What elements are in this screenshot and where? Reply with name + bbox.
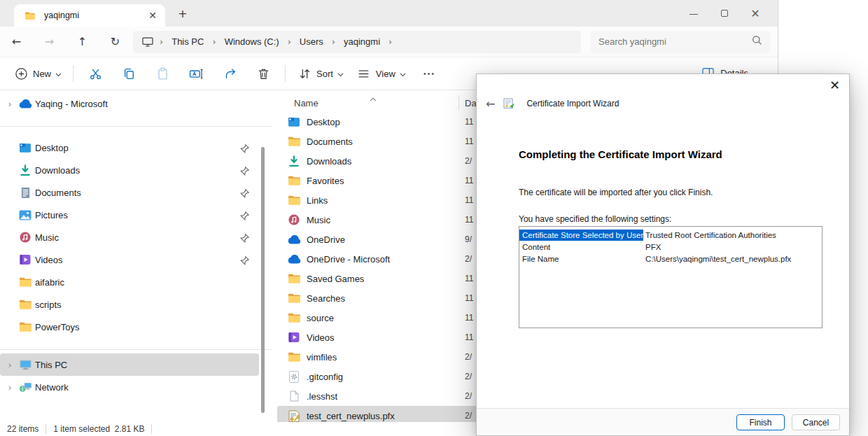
- pin-icon: [240, 255, 249, 268]
- sidebar-item-scripts[interactable]: scripts: [0, 293, 259, 316]
- breadcrumb-segment[interactable]: Windows (C:): [220, 36, 284, 47]
- sidebar-item-music[interactable]: Music: [0, 226, 259, 248]
- folder-icon: [287, 291, 301, 305]
- dialog-back-button[interactable]: ←: [486, 97, 495, 111]
- sort-ascending-icon: [370, 92, 377, 104]
- toolbar-separator: [73, 65, 74, 82]
- sort-arrows-icon: [297, 66, 312, 81]
- address-bar-row: ← → ↑ ↻ ›This PC›Windows (C:)›Users›yaqi…: [0, 27, 778, 57]
- explorer-tab[interactable]: yaqingmi ✕: [14, 4, 165, 27]
- pictures-icon: [18, 210, 32, 220]
- back-button[interactable]: ←: [0, 35, 33, 48]
- sidebar-item-documents[interactable]: Documents: [0, 181, 259, 204]
- desktop-icon: [287, 115, 301, 129]
- file-date-partial: 2/: [465, 411, 475, 421]
- breadcrumb[interactable]: ›This PC›Windows (C:)›Users›yaqingmi›: [133, 31, 581, 53]
- copy-button[interactable]: [112, 62, 146, 85]
- forward-button[interactable]: →: [33, 35, 66, 48]
- status-separator: [151, 424, 152, 434]
- sidebar-item-videos[interactable]: Videos: [0, 248, 259, 271]
- folder-icon: [18, 276, 32, 288]
- new-tab-button[interactable]: +: [174, 6, 192, 22]
- minimize-button[interactable]: —: [678, 0, 709, 27]
- sidebar-item-aifabric[interactable]: aifabric: [0, 271, 259, 293]
- more-options-button[interactable]: [412, 62, 446, 85]
- desktop-icon: [18, 143, 32, 153]
- dialog-close-icon[interactable]: ✕: [830, 78, 840, 92]
- new-button-label: New: [33, 69, 51, 79]
- sidebar-item-pictures[interactable]: Pictures: [0, 204, 259, 226]
- breadcrumb-chevron-icon: ›: [284, 36, 295, 47]
- finish-button[interactable]: Finish: [736, 414, 785, 430]
- refresh-button[interactable]: ↻: [99, 35, 132, 48]
- view-button[interactable]: View: [350, 62, 412, 85]
- up-button[interactable]: ↑: [66, 35, 99, 48]
- certificate-wizard-icon: [502, 96, 517, 111]
- cut-button[interactable]: [78, 62, 112, 85]
- cut-icon: [88, 66, 103, 81]
- rename-button[interactable]: [179, 62, 213, 85]
- sidebar-item-this-pc[interactable]: ›This PC: [0, 353, 259, 376]
- new-button[interactable]: New: [7, 62, 68, 85]
- settings-row[interactable]: Certificate Store Selected by UserTruste…: [519, 229, 822, 241]
- sidebar-scrollbar[interactable]: [261, 147, 265, 413]
- window-controls: — ✕: [678, 0, 771, 27]
- sidebar-item-desktop[interactable]: Desktop: [0, 136, 259, 159]
- settings-table[interactable]: Certificate Store Selected by UserTruste…: [519, 226, 822, 328]
- setting-value: Trusted Root Certification Authorities: [643, 231, 822, 239]
- sidebar-divider: [0, 349, 272, 350]
- column-header-name[interactable]: Name: [294, 98, 318, 108]
- chevron-right-icon[interactable]: ›: [3, 382, 17, 393]
- onedrive-cloud-icon: [287, 232, 301, 246]
- breadcrumb-segment[interactable]: This PC: [167, 36, 208, 47]
- file-icon: [287, 389, 301, 403]
- file-date-partial: 11: [465, 176, 475, 185]
- tab-close-icon[interactable]: ✕: [148, 10, 157, 21]
- items-count: 22 items: [0, 424, 46, 434]
- share-button[interactable]: [213, 62, 246, 85]
- delete-button[interactable]: [246, 62, 280, 85]
- file-name: test_cert_newplus.pfx: [307, 411, 395, 421]
- sidebar-item-network[interactable]: ›Network: [0, 376, 259, 398]
- file-date-partial: 11: [465, 332, 475, 342]
- dialog-footer: Finish Cancel: [477, 408, 849, 435]
- sidebar-item-downloads[interactable]: Downloads: [0, 159, 259, 181]
- chevron-right-icon[interactable]: ›: [3, 99, 17, 109]
- search-input[interactable]: Search yaqingmi: [590, 31, 771, 53]
- settings-row[interactable]: File NameC:\Users\yaqingmi\test_cert_new…: [519, 253, 822, 265]
- settings-label: You have specified the following setting…: [519, 214, 671, 224]
- sidebar-divider: [0, 126, 272, 127]
- cancel-button[interactable]: Cancel: [792, 414, 840, 430]
- sidebar-item-powertoys[interactable]: PowerToys: [0, 316, 259, 338]
- file-date-partial: 2/: [465, 156, 475, 166]
- onedrive-cloud-icon: [18, 99, 32, 108]
- file-date-partial: 11: [465, 293, 475, 303]
- breadcrumb-segment[interactable]: yaqingmi: [340, 36, 384, 47]
- paste-icon: [155, 66, 170, 81]
- config-file-icon: [287, 370, 301, 384]
- maximize-button[interactable]: [709, 0, 740, 27]
- breadcrumb-chevron-icon: ›: [328, 36, 340, 47]
- folder-icon: [18, 321, 32, 332]
- paste-button[interactable]: [146, 62, 179, 85]
- sort-button[interactable]: Sort: [290, 62, 350, 85]
- file-name: OneDrive - Microsoft: [307, 254, 390, 265]
- file-date-partial: 11: [465, 215, 475, 225]
- chevron-right-icon[interactable]: ›: [3, 360, 17, 370]
- file-name: Music: [307, 215, 330, 225]
- settings-row[interactable]: ContentPFX: [519, 241, 822, 253]
- selection-info: 1 item selected 2.81 KB: [46, 424, 151, 434]
- file-name: Downloads: [307, 156, 351, 167]
- wizard-heading: Completing the Certificate Import Wizard: [519, 148, 722, 160]
- breadcrumb-segment[interactable]: Users: [295, 36, 328, 47]
- sidebar-item-onedrive[interactable]: › Yaqing - Microsoft: [0, 94, 273, 113]
- folder-icon: [287, 350, 301, 364]
- file-name: Videos: [307, 332, 335, 343]
- close-button[interactable]: ✕: [740, 0, 771, 27]
- column-header-date[interactable]: Da: [465, 98, 476, 108]
- file-date-partial: 11: [465, 313, 475, 323]
- column-separator[interactable]: [458, 95, 459, 111]
- share-icon: [222, 66, 237, 81]
- tab-title: yaqingmi: [44, 10, 148, 20]
- file-date-partial: 11: [465, 117, 475, 127]
